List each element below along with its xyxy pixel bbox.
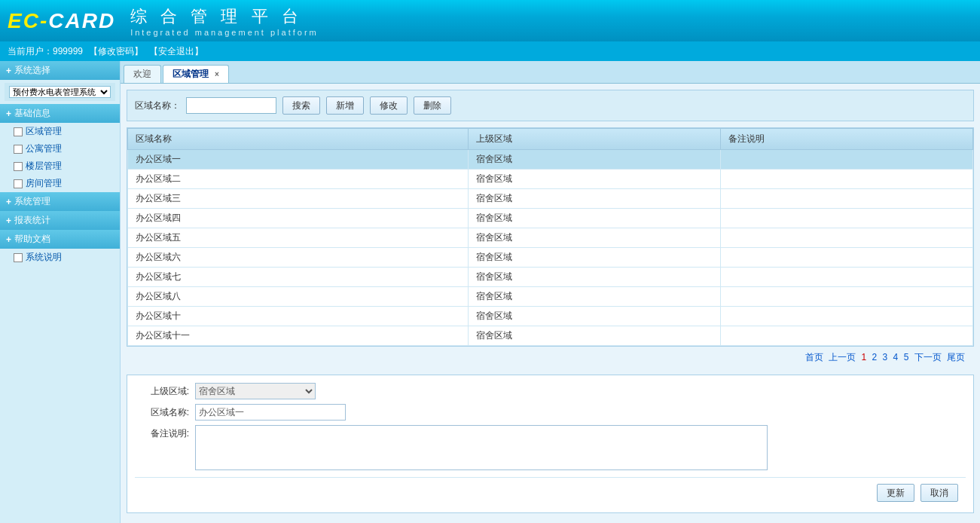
table-cell-parent: 宿舍区域	[468, 287, 720, 307]
sidebar-item-floor-mgmt[interactable]: 楼层管理	[0, 158, 120, 175]
table-row[interactable]: 办公区域三宿舍区域	[128, 189, 973, 209]
table-row[interactable]: 办公区域八宿舍区域	[128, 287, 973, 307]
tab-welcome[interactable]: 欢迎	[124, 65, 161, 83]
system-notes-checkbox	[14, 253, 23, 262]
table-cell-name: 办公区域五	[128, 228, 469, 248]
pagination-last[interactable]: 尾页	[947, 352, 965, 362]
basic-info-label: 基础信息	[14, 107, 50, 120]
form-actions: 更新 取消	[135, 477, 966, 505]
table-cell-parent: 宿舍区域	[468, 150, 720, 170]
logo-ec: EC	[8, 9, 40, 32]
basic-info-header[interactable]: + 基础信息	[0, 104, 120, 123]
table-cell-note	[720, 268, 972, 287]
help-docs-header[interactable]: + 帮助文档	[0, 230, 120, 249]
pagination-prev[interactable]: 上一页	[829, 352, 856, 362]
table-cell-name: 办公区域三	[128, 189, 469, 209]
pagination-page-4[interactable]: 4	[893, 352, 899, 362]
pagination-first[interactable]: 首页	[805, 352, 823, 362]
help-docs-label: 帮助文档	[14, 233, 50, 246]
content-area: 欢迎 区域管理 × 区域名称： 搜索 新增 修改 删除	[121, 61, 980, 523]
col-header-note: 备注说明	[720, 129, 972, 150]
basic-info-plus-icon: +	[6, 109, 11, 119]
table-cell-name: 办公区域四	[128, 209, 469, 228]
system-mgmt-header[interactable]: + 系统管理	[0, 192, 120, 211]
system-select-header[interactable]: + 系统选择	[0, 61, 120, 80]
floor-mgmt-checkbox	[14, 162, 23, 171]
table-row[interactable]: 办公区域一宿舍区域	[128, 150, 973, 170]
tab-zone-mgmt-label: 区域管理	[172, 68, 209, 81]
logo-card: CARD	[48, 9, 115, 32]
table-body: 办公区域一宿舍区域办公区域二宿舍区域办公区域三宿舍区域办公区域四宿舍区域办公区域…	[128, 150, 973, 346]
parent-zone-select[interactable]: 宿舍区域	[195, 383, 316, 399]
report-stats-plus-icon: +	[6, 216, 11, 226]
edit-button[interactable]: 修改	[370, 96, 408, 115]
table-row[interactable]: 办公区域二宿舍区域	[128, 170, 973, 189]
sidebar-item-room-mgmt[interactable]: 房间管理	[0, 175, 120, 192]
tab-close-icon[interactable]: ×	[215, 70, 219, 78]
zone-name-input[interactable]	[195, 404, 346, 421]
table-row[interactable]: 办公区域五宿舍区域	[128, 228, 973, 248]
table-header: 区域名称 上级区域 备注说明	[128, 129, 973, 150]
zone-mgmt-label: 区域管理	[26, 125, 62, 138]
report-stats-header[interactable]: + 报表统计	[0, 211, 120, 230]
system-mgmt-plus-icon: +	[6, 197, 11, 207]
table-row[interactable]: 办公区域十一宿舍区域	[128, 326, 973, 346]
floor-mgmt-label: 楼层管理	[26, 160, 62, 173]
current-user-label: 当前用户：999999	[8, 45, 83, 58]
table-row[interactable]: 办公区域六宿舍区域	[128, 248, 973, 268]
header: EC-CARD 综 合 管 理 平 台 Integrated managemen…	[0, 0, 980, 41]
table-cell-note	[720, 307, 972, 326]
logout-link[interactable]: 【安全退出】	[149, 45, 203, 58]
note-field	[195, 425, 966, 473]
delete-button[interactable]: 删除	[414, 96, 451, 115]
table-row[interactable]: 办公区域十宿舍区域	[128, 307, 973, 326]
sidebar-item-system-notes[interactable]: 系统说明	[0, 249, 120, 266]
system-select-plus-icon: +	[6, 66, 11, 76]
pagination: 首页 上一页 1 2 3 4 5 下一页 尾页	[127, 347, 974, 369]
room-mgmt-label: 房间管理	[26, 177, 62, 190]
pagination-page-1[interactable]: 1	[862, 352, 867, 362]
table-cell-note	[720, 248, 972, 268]
logo: EC-CARD	[8, 9, 115, 33]
tab-welcome-label: 欢迎	[133, 68, 151, 81]
add-button[interactable]: 新增	[326, 96, 364, 115]
sidebar-item-apartment-mgmt[interactable]: 公寓管理	[0, 140, 120, 158]
table-cell-name: 办公区域一	[128, 150, 469, 170]
zone-name-form-label: 区域名称:	[135, 404, 195, 419]
table-cell-note	[720, 326, 972, 346]
tab-zone-mgmt[interactable]: 区域管理 ×	[163, 65, 229, 83]
table-cell-parent: 宿舍区域	[468, 326, 720, 346]
table-cell-name: 办公区域十	[128, 307, 469, 326]
cancel-button[interactable]: 取消	[920, 484, 958, 502]
pagination-page-3[interactable]: 3	[883, 352, 888, 362]
sidebar-item-zone-mgmt[interactable]: 区域管理	[0, 123, 120, 140]
table-cell-parent: 宿舍区域	[468, 248, 720, 268]
search-button[interactable]: 搜索	[282, 96, 320, 115]
data-table: 区域名称 上级区域 备注说明 办公区域一宿舍区域办公区域二宿舍区域办公区域三宿舍…	[127, 128, 973, 346]
page-content: 区域名称： 搜索 新增 修改 删除 区域名称 上级区域 备注说明	[121, 84, 980, 523]
table-cell-parent: 宿舍区域	[468, 189, 720, 209]
table-row[interactable]: 办公区域七宿舍区域	[128, 268, 973, 287]
zone-name-search-input[interactable]	[186, 97, 276, 114]
pagination-page-5[interactable]: 5	[904, 352, 909, 362]
table-cell-parent: 宿舍区域	[468, 170, 720, 189]
note-row: 备注说明:	[135, 425, 966, 473]
update-button[interactable]: 更新	[877, 484, 914, 502]
pagination-next[interactable]: 下一页	[914, 352, 942, 362]
table-cell-note	[720, 209, 972, 228]
edit-form: 上级区域: 宿舍区域 区域名称: 备注说明:	[127, 375, 974, 513]
col-header-parent-zone: 上级区域	[468, 129, 720, 150]
table-cell-parent: 宿舍区域	[468, 209, 720, 228]
note-textarea[interactable]	[195, 425, 768, 470]
room-mgmt-checkbox	[14, 179, 23, 188]
change-password-link[interactable]: 【修改密码】	[89, 45, 143, 58]
table-cell-parent: 宿舍区域	[468, 307, 720, 326]
system-select-dropdown[interactable]: 预付费水电表管理系统	[9, 86, 111, 98]
table-cell-name: 办公区域七	[128, 268, 469, 287]
pagination-page-2[interactable]: 2	[872, 352, 878, 362]
search-bar: 区域名称： 搜索 新增 修改 删除	[127, 90, 974, 121]
parent-zone-row: 上级区域: 宿舍区域	[135, 383, 966, 399]
note-label: 备注说明:	[135, 425, 195, 440]
table-row[interactable]: 办公区域四宿舍区域	[128, 209, 973, 228]
help-docs-plus-icon: +	[6, 234, 11, 245]
